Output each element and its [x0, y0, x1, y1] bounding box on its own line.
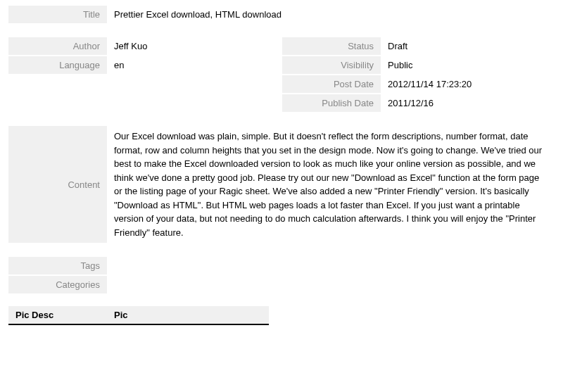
author-value: Jeff Kuo [107, 37, 281, 55]
title-value: Prettier Excel download, HTML download [107, 6, 555, 23]
pic-table-header: Pic Desc Pic [8, 306, 269, 325]
pic-desc-header: Pic Desc [8, 306, 107, 324]
publishdate-row: Publish Date 2011/12/16 [8, 94, 555, 112]
form-container: Title Prettier Excel download, HTML down… [0, 0, 563, 331]
language-visibility-row: Language en Visibility Public [8, 56, 555, 74]
publishdate-label: Publish Date [282, 94, 381, 112]
language-value: en [107, 56, 281, 74]
tags-label: Tags [8, 257, 107, 274]
categories-row: Categories [8, 276, 555, 293]
title-row: Title Prettier Excel download, HTML down… [8, 6, 555, 23]
visibility-value: Public [381, 56, 555, 74]
postdate-label: Post Date [282, 75, 381, 93]
title-label: Title [8, 6, 107, 23]
author-label: Author [8, 37, 107, 55]
status-label: Status [282, 37, 381, 55]
postdate-row: Post Date 2012/11/14 17:23:20 [8, 75, 555, 93]
status-value: Draft [381, 37, 555, 55]
author-status-row: Author Jeff Kuo Status Draft [8, 37, 555, 55]
postdate-value: 2012/11/14 17:23:20 [381, 75, 555, 93]
categories-value [107, 276, 555, 293]
tags-value [107, 257, 555, 274]
tags-row: Tags [8, 257, 555, 274]
content-value: Our Excel download was plain, simple. Bu… [107, 126, 555, 243]
pic-header: Pic [107, 306, 269, 324]
visibility-label: Visibility [282, 56, 381, 74]
content-row: Content Our Excel download was plain, si… [8, 126, 555, 243]
categories-label: Categories [8, 276, 107, 293]
publishdate-value: 2011/12/16 [381, 94, 555, 112]
content-label: Content [8, 126, 107, 243]
language-label: Language [8, 56, 107, 74]
